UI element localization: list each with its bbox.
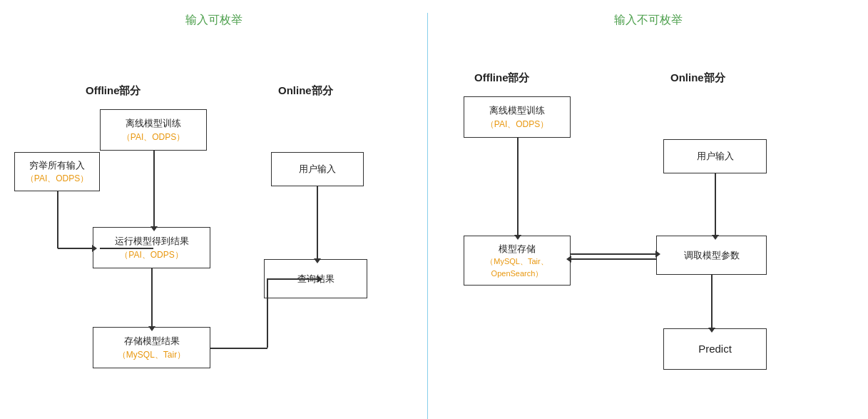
right-arrow-user-to-fetch — [715, 173, 716, 236]
arrow-store-v — [267, 278, 268, 348]
right-fetch-params-box: 调取模型参数 — [656, 236, 767, 275]
right-title: 输入不可枚举 — [428, 13, 868, 28]
right-arrow-store-to-fetch-left — [571, 258, 656, 260]
left-store-model-sub: （MySQL、Tair） — [118, 348, 185, 361]
left-enumerate-sub: （PAI、ODPS） — [26, 172, 88, 185]
right-model-store-box: 模型存储 （MySQL、Tair、 OpenSearch） — [464, 236, 571, 286]
left-offline-train-main: 离线模型训练 — [126, 116, 181, 131]
right-model-store-sub: （MySQL、Tair、 OpenSearch） — [486, 256, 548, 279]
left-user-input-main: 用户输入 — [299, 162, 336, 176]
left-title: 输入可枚举 — [0, 13, 427, 28]
left-enumerate-box: 穷举所有输入 （PAI、ODPS） — [14, 152, 100, 191]
right-user-input-main: 用户输入 — [697, 149, 734, 163]
right-section: 输入不可枚举 Offline部分 Online部分 离线模型训练 （PAI、OD… — [428, 0, 868, 419]
left-store-model-main: 存储模型结果 — [124, 334, 180, 348]
right-offline-label: Offline部分 — [474, 71, 530, 85]
right-predict-main: Predict — [698, 341, 732, 358]
right-arrow-train-to-store — [517, 138, 519, 236]
right-online-label: Online部分 — [670, 71, 725, 85]
arrow-run-to-store — [151, 268, 153, 327]
arrow-train-to-run — [153, 151, 155, 227]
right-offline-train-main: 离线模型训练 — [489, 104, 545, 118]
right-arrow-fetch-to-predict — [711, 275, 713, 328]
arrow-enum-h — [100, 248, 153, 249]
left-offline-train-sub: （PAI、ODPS） — [122, 131, 185, 143]
arrow-enum-v — [57, 191, 58, 248]
right-model-store-main: 模型存储 — [499, 242, 536, 256]
left-offline-train-box: 离线模型训练 （PAI、ODPS） — [100, 109, 207, 151]
right-user-input-box: 用户输入 — [663, 139, 767, 173]
left-online-label: Online部分 — [278, 84, 333, 98]
left-run-model-sub: （PAI、ODPS） — [120, 248, 183, 261]
left-offline-label: Offline部分 — [86, 84, 141, 98]
left-user-input-box: 用户输入 — [271, 152, 364, 186]
right-fetch-params-main: 调取模型参数 — [684, 248, 740, 263]
right-arrow-store-to-fetch-right — [571, 253, 656, 255]
right-offline-train-sub: （PAI、ODPS） — [486, 118, 548, 131]
right-offline-train-box: 离线模型训练 （PAI、ODPS） — [464, 96, 571, 138]
left-enumerate-main: 穷举所有输入 — [29, 158, 85, 173]
left-run-model-main: 运行模型得到结果 — [115, 234, 189, 248]
arrow-to-query — [267, 278, 318, 280]
arrow-store-h — [210, 348, 267, 349]
left-section: 输入可枚举 Offline部分 Online部分 离线模型训练 （PAI、ODP… — [0, 13, 428, 419]
arrow-user-to-query — [317, 186, 318, 259]
left-store-model-box: 存储模型结果 （MySQL、Tair） — [93, 327, 210, 368]
right-predict-box: Predict — [663, 328, 767, 370]
arrow-enum-to-run — [58, 248, 93, 249]
